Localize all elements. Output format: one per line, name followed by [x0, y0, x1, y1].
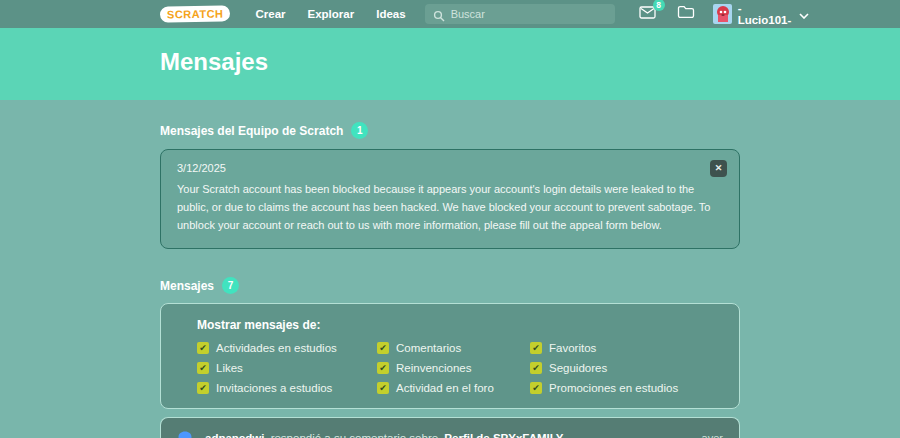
- filter-comments[interactable]: Comentarios: [377, 342, 530, 354]
- checkbox-checked-icon[interactable]: [530, 382, 542, 394]
- filter-studio-promotions[interactable]: Promociones en estudios: [530, 382, 719, 394]
- filter-title: Mostrar mensajes de:: [197, 318, 719, 332]
- messages-section-title: Mensajes: [160, 279, 214, 293]
- filter-grid: Actividades en estudios Comentarios Favo…: [197, 342, 719, 394]
- message-time: ayer: [702, 432, 723, 438]
- filter-studio-invites[interactable]: Invitaciones a estudios: [197, 382, 377, 394]
- account-menu[interactable]: -Lucio101-: [713, 2, 810, 26]
- username: -Lucio101-: [738, 2, 793, 26]
- alert-message: Your Scratch account has been blocked be…: [177, 180, 717, 234]
- message-filters: Mostrar mensajes de: Actividades en estu…: [160, 303, 740, 409]
- message-text: adnancdwi respondió a su comentario sobr…: [205, 432, 566, 438]
- checkbox-checked-icon[interactable]: [197, 342, 209, 354]
- nav-item-ideas[interactable]: Ideas: [365, 8, 416, 20]
- checkbox-checked-icon[interactable]: [377, 382, 389, 394]
- avatar: [713, 4, 732, 24]
- comment-icon: [177, 430, 193, 438]
- messages-count-badge-section: 7: [222, 277, 239, 294]
- title-band: Mensajes: [0, 28, 900, 100]
- messages-count-badge: 8: [653, 0, 665, 11]
- nav-item-explore[interactable]: Explorar: [297, 8, 366, 20]
- scratch-logo[interactable]: SCRATCH: [160, 5, 231, 22]
- checkbox-checked-icon[interactable]: [530, 362, 542, 374]
- alert-date: 3/12/2025: [177, 162, 723, 174]
- message-user-link[interactable]: adnancdwi: [205, 432, 264, 438]
- checkbox-checked-icon[interactable]: [197, 362, 209, 374]
- filter-studio-activity[interactable]: Actividades en estudios: [197, 342, 377, 354]
- top-nav-inner: SCRATCH Crear Explorar Ideas 8: [160, 0, 740, 28]
- top-nav: SCRATCH Crear Explorar Ideas 8: [0, 0, 900, 28]
- nav-item-create[interactable]: Crear: [244, 8, 296, 20]
- search-icon: [433, 8, 445, 26]
- messages-section-head: Mensajes 7: [160, 277, 740, 294]
- filter-remixes[interactable]: Reinvenciones: [377, 362, 530, 374]
- search-input[interactable]: [425, 4, 615, 24]
- scratch-team-alert: 3/12/2025 Your Scratch account has been …: [160, 149, 740, 249]
- message-list-item: adnancdwi respondió a su comentario sobr…: [160, 417, 740, 438]
- filter-forum-activity[interactable]: Actividad en el foro: [377, 382, 530, 394]
- messages-button[interactable]: 8: [629, 5, 667, 23]
- checkbox-checked-icon[interactable]: [377, 342, 389, 354]
- message-target-link[interactable]: Perfil de SPYxFAMILY: [444, 432, 563, 438]
- checkbox-checked-icon[interactable]: [530, 342, 542, 354]
- filter-likes[interactable]: Likes: [197, 362, 377, 374]
- folder-icon: [677, 5, 695, 23]
- chevron-down-icon: [799, 5, 809, 23]
- search-box: [425, 4, 615, 24]
- checkbox-checked-icon[interactable]: [197, 382, 209, 394]
- filter-favorites[interactable]: Favoritos: [530, 342, 719, 354]
- page-title: Mensajes: [160, 48, 740, 76]
- scratch-team-section-title: Mensajes del Equipo de Scratch: [160, 124, 343, 138]
- my-stuff-button[interactable]: [667, 5, 705, 23]
- scratch-team-count-badge: 1: [351, 122, 368, 139]
- close-icon[interactable]: ✕: [710, 160, 727, 177]
- filter-followers[interactable]: Seguidores: [530, 362, 719, 374]
- scratch-team-section-head: Mensajes del Equipo de Scratch 1: [160, 122, 740, 139]
- content: Mensajes del Equipo de Scratch 1 3/12/20…: [160, 100, 740, 438]
- message-action: respondió a su comentario sobre: [271, 432, 439, 438]
- checkbox-checked-icon[interactable]: [377, 362, 389, 374]
